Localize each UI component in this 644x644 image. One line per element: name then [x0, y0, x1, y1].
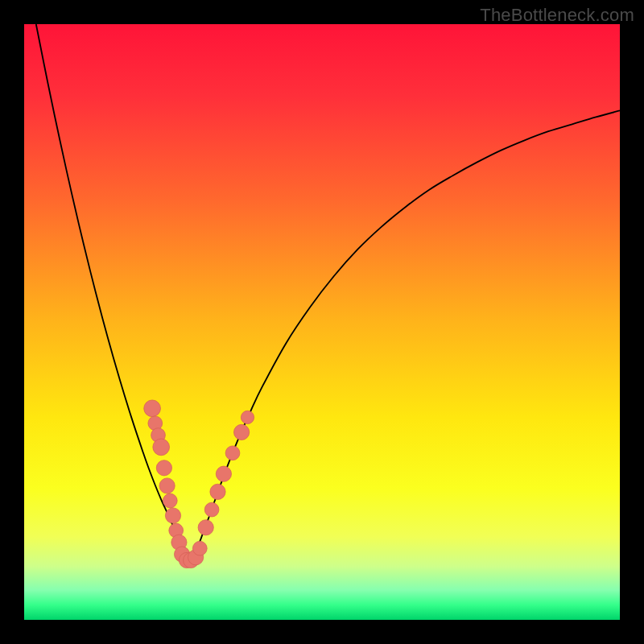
curve-layer: [24, 24, 620, 620]
data-marker: [216, 466, 231, 481]
data-marker: [156, 460, 171, 476]
data-marker: [233, 424, 249, 440]
data-marker: [159, 478, 175, 493]
data-marker: [198, 520, 213, 535]
data-marker: [165, 508, 180, 523]
marker-group: [144, 400, 254, 568]
data-marker: [192, 541, 207, 555]
plot-area: [24, 24, 620, 620]
chart-frame: TheBottleneck.com: [0, 0, 644, 644]
data-marker: [163, 493, 177, 508]
data-marker: [204, 502, 219, 517]
watermark-text: TheBottleneck.com: [480, 5, 634, 26]
data-marker: [225, 446, 240, 460]
data-marker: [144, 400, 161, 417]
data-marker: [241, 411, 254, 423]
data-marker: [210, 484, 225, 499]
data-marker: [153, 439, 170, 456]
bottleneck-curve-left-path: [36, 24, 191, 557]
bottleneck-curve-right-path: [191, 110, 620, 557]
